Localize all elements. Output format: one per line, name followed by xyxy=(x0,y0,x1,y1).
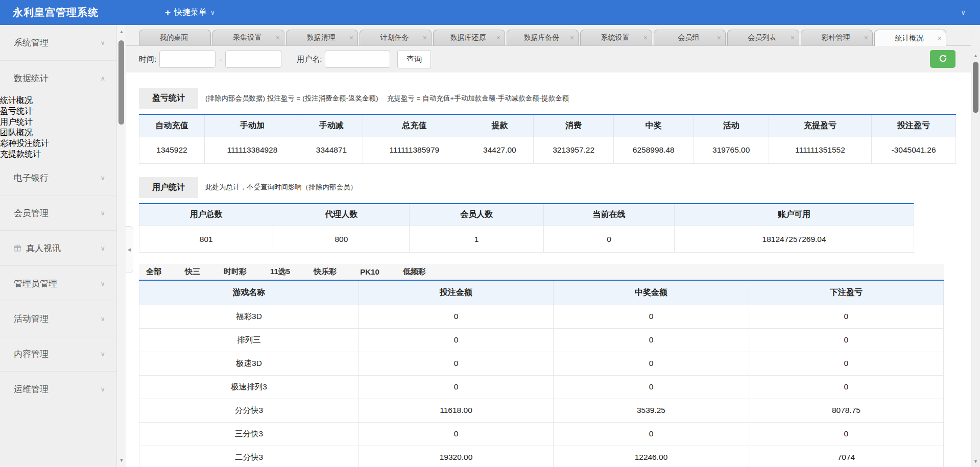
game-category-tab-label: 时时彩 xyxy=(224,267,247,276)
chevron-icon: ∨ xyxy=(100,280,105,287)
time-start-input[interactable] xyxy=(159,51,216,68)
sidebar-item[interactable]: 内容管理 ∨ xyxy=(0,336,116,371)
sidebar-item[interactable]: 用户统计 xyxy=(0,117,116,128)
user-column-header: 代理人数 xyxy=(273,204,410,226)
profit-value-cell: 1345922 xyxy=(139,137,205,163)
main-scrollbar-thumb[interactable] xyxy=(973,62,978,113)
tab-label: 计划任务 xyxy=(380,33,409,42)
tab-label: 系统设置 xyxy=(601,33,630,42)
game-profit-cell: 0 xyxy=(749,422,943,446)
main-scrollbar[interactable]: ▲ ▼ xyxy=(971,25,980,467)
close-icon[interactable]: × xyxy=(276,34,280,41)
sidebar-item[interactable]: 彩种投注统计 xyxy=(0,138,116,149)
close-icon[interactable]: × xyxy=(717,34,721,41)
username-input[interactable] xyxy=(325,51,390,68)
sidebar-item[interactable]: 充提款统计 xyxy=(0,149,116,160)
sidebar-item[interactable]: 统计概况 xyxy=(0,95,116,106)
game-win-cell: 12246.00 xyxy=(554,446,749,467)
profit-column-header: 总充值 xyxy=(363,114,466,137)
sidebar-item-label: 会员管理 xyxy=(14,207,49,219)
sidebar-item[interactable]: 真人视讯 ∨ xyxy=(0,230,116,265)
sidebar-item[interactable]: 管理员管理 ∨ xyxy=(0,265,116,301)
tab[interactable]: 会员列表 × xyxy=(727,30,799,45)
scroll-down-icon[interactable]: ▼ xyxy=(971,459,980,464)
close-icon[interactable]: × xyxy=(496,34,500,41)
game-category-tab[interactable]: 11选5 xyxy=(270,267,290,277)
game-category-tab[interactable]: 时时彩 xyxy=(224,267,247,277)
close-icon[interactable]: × xyxy=(570,34,574,41)
quick-menu-button[interactable]: + 快捷菜单 ∨ xyxy=(165,7,215,18)
profit-section-header: 盈亏统计 (排除内部会员数据) 投注盈亏 = (投注消费金额-返奖金额) 充提盈… xyxy=(139,88,958,109)
tab[interactable]: 会员组 × xyxy=(654,30,726,45)
game-name-cell: 福彩3D xyxy=(139,305,359,328)
profit-column-header: 中奖 xyxy=(613,114,694,137)
query-button[interactable]: 查询 xyxy=(397,50,431,68)
user-column-header: 当前在线 xyxy=(543,204,674,226)
sidebar-item[interactable]: 盈亏统计 xyxy=(0,106,116,117)
tab[interactable]: 计划任务 × xyxy=(360,30,432,45)
game-category-tab[interactable]: 快三 xyxy=(185,267,200,277)
sidebar-item-label: 电子银行 xyxy=(14,172,49,184)
close-icon[interactable]: × xyxy=(938,35,942,42)
game-name-cell: 三分快3 xyxy=(139,422,359,446)
chevron-icon: ∨ xyxy=(100,350,105,358)
close-icon[interactable]: × xyxy=(423,34,427,41)
game-category-tab-label: 全部 xyxy=(146,267,161,276)
sidebar-menu: 系统管理 ∨ 数据统计 ∧ 统计概况 盈亏统计 用户统计 团队概况 xyxy=(0,25,116,467)
game-category-tab[interactable]: 低频彩 xyxy=(403,267,426,277)
tab[interactable]: 系统设置 × xyxy=(580,30,652,45)
tab[interactable]: 数据库备份 × xyxy=(507,30,579,45)
scroll-up-icon[interactable]: ▲ xyxy=(117,29,126,34)
chevron-down-icon: ∨ xyxy=(210,9,215,16)
header-collapse-chevron-icon[interactable]: ∨ xyxy=(961,9,966,16)
scroll-up-icon[interactable]: ▲ xyxy=(971,53,980,58)
close-icon[interactable]: × xyxy=(349,34,353,41)
game-bet-cell: 0 xyxy=(358,352,553,375)
tab[interactable]: 彩种管理 × xyxy=(801,30,873,45)
tab-label: 统计概况 xyxy=(895,34,924,43)
close-icon[interactable]: × xyxy=(864,34,868,41)
sidebar-item-label: 团队概况 xyxy=(0,128,33,137)
user-column-header: 会员人数 xyxy=(410,204,543,226)
game-category-tab[interactable]: 全部 xyxy=(146,267,161,277)
game-bet-cell: 0 xyxy=(358,305,553,328)
scroll-down-icon[interactable]: ▼ xyxy=(117,458,126,463)
sidebar-item[interactable]: 团队概况 xyxy=(0,128,116,138)
game-category-tab-label: 低频彩 xyxy=(403,267,426,276)
tab[interactable]: 统计概况 × xyxy=(874,30,946,46)
tab[interactable]: 数据库还原 × xyxy=(433,30,505,45)
profit-value-cell: 319765.00 xyxy=(694,137,769,163)
close-icon[interactable]: × xyxy=(643,34,648,41)
query-form: 时间: - 用户名: 查询 xyxy=(126,46,971,72)
sidebar-item-label: 统计概况 xyxy=(0,96,33,105)
profit-table-value-row: 1345922 111113384928 3344871 11111138597… xyxy=(139,137,956,163)
user-value-cell: 0 xyxy=(543,226,674,253)
sidebar-scrollbar[interactable]: ▲ ▼ xyxy=(116,25,126,467)
user-value-cell: 181247257269.04 xyxy=(675,226,914,253)
sidebar-item[interactable]: 会员管理 ∨ xyxy=(0,195,116,230)
tab-label: 会员组 xyxy=(678,33,700,42)
sidebar-item[interactable]: 电子银行 ∨ xyxy=(0,160,116,195)
sidebar-item[interactable]: 数据统计 ∧ xyxy=(0,60,116,95)
time-end-input[interactable] xyxy=(225,51,281,68)
tab[interactable]: 我的桌面 xyxy=(139,30,211,45)
game-win-cell: 3539.25 xyxy=(554,399,749,422)
game-category-tab[interactable]: PK10 xyxy=(360,267,379,276)
profit-value-cell: 6258998.48 xyxy=(613,137,694,163)
sidebar-item-label: 充提款统计 xyxy=(0,150,41,158)
game-category-tab-label: 快乐彩 xyxy=(314,267,337,276)
sidebar-item[interactable]: 活动管理 ∨ xyxy=(0,301,116,336)
game-category-tab[interactable]: 快乐彩 xyxy=(314,267,337,277)
game-profit-cell: 0 xyxy=(749,305,943,328)
tab[interactable]: 数据清理 × xyxy=(286,30,358,45)
tab[interactable]: 采集设置 × xyxy=(212,30,284,45)
close-icon[interactable]: × xyxy=(791,34,795,41)
game-win-cell: 0 xyxy=(554,422,749,446)
chevron-icon: ∨ xyxy=(100,315,105,323)
sidebar-collapse-handle[interactable]: ◀ xyxy=(126,226,133,273)
chevron-icon: ∨ xyxy=(100,244,105,252)
refresh-button[interactable] xyxy=(930,50,955,68)
sidebar-scrollbar-thumb[interactable] xyxy=(118,40,124,125)
sidebar-item[interactable]: 运维管理 ∨ xyxy=(0,371,116,406)
sidebar-item[interactable]: 系统管理 ∨ xyxy=(0,25,116,60)
